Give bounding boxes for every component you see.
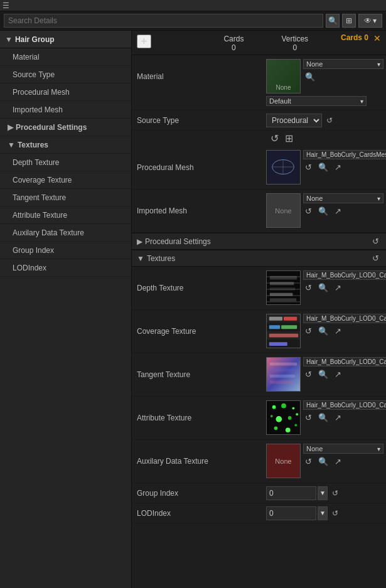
lod-index-reset-button[interactable]: ↺ — [330, 508, 340, 518]
source-type-reset-button[interactable]: ↺ — [324, 115, 335, 126]
svg-rect-4 — [267, 271, 300, 304]
sidebar-item-procedural-mesh[interactable]: Procedural Mesh — [0, 83, 131, 101]
svg-point-29 — [292, 407, 294, 410]
imported-mesh-reset-button[interactable]: ↺ — [303, 206, 314, 216]
grid-icon: ⊞ — [346, 16, 352, 25]
attribute-texture-search-button[interactable]: 🔍 — [316, 412, 330, 423]
imported-mesh-label: Imported Mesh — [132, 192, 264, 230]
chevron-down-icon: ▾ — [360, 98, 363, 105]
chevron-down-icon: ▾ — [377, 195, 380, 202]
textures-arrow-icon: ▼ — [137, 254, 144, 263]
tangent-texture-link-button[interactable]: ↗ — [333, 369, 343, 380]
tangent-texture-reset-button[interactable]: ↺ — [303, 369, 314, 380]
svg-point-30 — [271, 415, 273, 417]
tangent-texture-thumbnail — [266, 357, 301, 392]
auxilary-texture-thumbnail: None — [266, 444, 301, 478]
sidebar-arrow-icon: ▼ — [5, 35, 13, 44]
grid-view-button[interactable]: ⊞ — [342, 14, 356, 28]
procedural-settings-header[interactable]: ▶ Procedural Settings ↺ — [132, 233, 386, 250]
sidebar-item-tangent-texture[interactable]: Tangent Texture — [0, 189, 131, 206]
depth-texture-reset-button[interactable]: ↺ — [303, 282, 314, 293]
section-arrow-icon-2: ▼ — [8, 141, 15, 149]
depth-texture-link-button[interactable]: ↗ — [333, 282, 343, 293]
eye-view-button[interactable]: 👁 ▾ — [358, 14, 382, 28]
top-toolbar: ☰ — [0, 0, 386, 11]
tangent-texture-search-button[interactable]: 🔍 — [316, 369, 330, 380]
attribute-texture-link-button[interactable]: ↗ — [333, 412, 343, 423]
attribute-texture-reset-button[interactable]: ↺ — [303, 412, 314, 423]
imported-mesh-link-button[interactable]: ↗ — [333, 206, 343, 216]
sidebar-item-group-index[interactable]: Group Index — [0, 242, 131, 259]
lod-index-input[interactable] — [266, 506, 316, 520]
procedural-mesh-link-button[interactable]: ↗ — [333, 162, 343, 173]
material-dropdown[interactable]: None ▾ — [303, 59, 383, 69]
material-thumbnail: None — [266, 59, 301, 94]
tangent-texture-block: Tangent Texture — [132, 353, 386, 397]
textures-reset-button[interactable]: ↺ — [370, 253, 381, 264]
source-type-select[interactable]: Procedural Mesh — [266, 114, 322, 127]
coverage-texture-reset-button[interactable]: ↺ — [303, 326, 314, 336]
cards-close-button[interactable]: ✕ — [373, 33, 381, 43]
procedural-mesh-reset-button[interactable]: ↺ — [303, 162, 314, 173]
procedural-settings-reset-button[interactable]: ↺ — [370, 236, 381, 247]
depth-texture-dropdown[interactable]: Hair_M_BobCurly_LOD0_CardsAtlas_Depth ▾ — [303, 270, 386, 280]
procedural-mesh-search-button[interactable]: 🔍 — [316, 162, 330, 173]
sidebar-item-auxilary-data-texture[interactable]: Auxilary Data Texture — [0, 224, 131, 242]
sidebar-item-attribute-texture[interactable]: Attribute Texture — [0, 206, 131, 224]
group-index-reset-button[interactable]: ↺ — [330, 488, 340, 498]
sidebar-item-imported-mesh[interactable]: Imported Mesh — [0, 101, 131, 119]
add-button[interactable]: + — [137, 35, 151, 48]
vertices-label: Vertices — [281, 35, 308, 43]
lod-index-arrow-button[interactable]: ▼ — [318, 506, 328, 520]
sidebar-section-textures[interactable]: ▼ Textures — [0, 136, 131, 154]
eye-icon: 👁 — [364, 16, 372, 25]
sidebar-section-procedural-settings[interactable]: ▶ Procedural Settings — [0, 119, 131, 136]
svg-rect-9 — [270, 298, 296, 301]
material-search-button[interactable]: 🔍 — [303, 72, 383, 82]
group-index-arrow-button[interactable]: ▼ — [318, 486, 328, 500]
material-default-dropdown[interactable]: Default ▾ — [266, 96, 367, 106]
coverage-texture-link-button[interactable]: ↗ — [333, 326, 343, 336]
sidebar-item-lod-index[interactable]: LODIndex — [0, 259, 131, 277]
tangent-texture-dropdown[interactable]: Hair_M_BobCurly_LOD0_CardsAtlas_Tangent … — [303, 357, 386, 366]
coverage-texture-dropdown[interactable]: Hair_M_BobCurly_LOD0_CardsAtlas_Coverage… — [303, 314, 386, 323]
depth-preview-svg — [267, 270, 300, 305]
imported-mesh-dropdown[interactable]: None ▾ — [303, 193, 383, 203]
sidebar-item-source-type[interactable]: Source Type — [0, 66, 131, 83]
auxilary-texture-search-button[interactable]: 🔍 — [316, 456, 330, 467]
svg-rect-6 — [270, 282, 294, 285]
textures-header[interactable]: ▼ Textures ↺ — [132, 250, 386, 267]
search-input[interactable] — [4, 14, 323, 28]
svg-point-35 — [286, 427, 291, 432]
auxilary-texture-link-button[interactable]: ↗ — [333, 456, 343, 467]
group-index-input[interactable] — [266, 486, 316, 500]
procedural-mesh-block: Procedural Mesh — [132, 146, 386, 190]
search-button[interactable]: 🔍 — [326, 14, 340, 28]
attribute-texture-label: Attribute Texture — [132, 399, 264, 437]
import-button[interactable]: ⊞ — [283, 132, 295, 145]
auxilary-texture-dropdown[interactable]: None ▾ — [303, 444, 383, 454]
coverage-texture-thumbnail — [266, 314, 301, 348]
auxilary-texture-reset-button[interactable]: ↺ — [303, 456, 314, 467]
attribute-texture-dropdown[interactable]: Hair_M_BobCurly_LOD0_CardsAtlas_Attribut… — [303, 400, 386, 410]
sidebar-item-depth-texture[interactable]: Depth Texture — [0, 154, 131, 171]
procedural-mesh-label: Procedural Mesh — [132, 149, 264, 186]
tangent-texture-row: Tangent Texture — [132, 356, 386, 393]
sidebar-item-material[interactable]: Material — [0, 48, 131, 66]
lod-index-label: LODIndex — [132, 508, 264, 519]
sidebar-item-coverage-texture[interactable]: Coverage Texture — [0, 171, 131, 189]
section-arrow-icon: ▶ — [8, 123, 13, 132]
source-type-row: Source Type Procedural Mesh ↺ — [132, 110, 386, 131]
reload-button[interactable]: ↺ — [269, 132, 281, 145]
auxilary-texture-block: Auxilary Data Texture None None ▾ — [132, 440, 386, 483]
coverage-texture-search-button[interactable]: 🔍 — [316, 326, 330, 336]
procedural-mesh-dropdown[interactable]: Hair_M_BobCurly_CardsMesh_Group0_LOD0 ▾ — [303, 150, 386, 159]
depth-texture-search-button[interactable]: 🔍 — [316, 282, 330, 293]
imported-mesh-search-button[interactable]: 🔍 — [316, 206, 330, 216]
svg-rect-13 — [284, 317, 297, 321]
imported-mesh-block: Imported Mesh None None ▾ — [132, 190, 386, 233]
section-collapse-icon: ▶ — [137, 237, 142, 246]
sidebar-header: ▼ Hair Group — [0, 31, 131, 48]
tangent-preview-svg — [267, 357, 300, 392]
imported-mesh-thumbnail: None — [266, 193, 301, 228]
